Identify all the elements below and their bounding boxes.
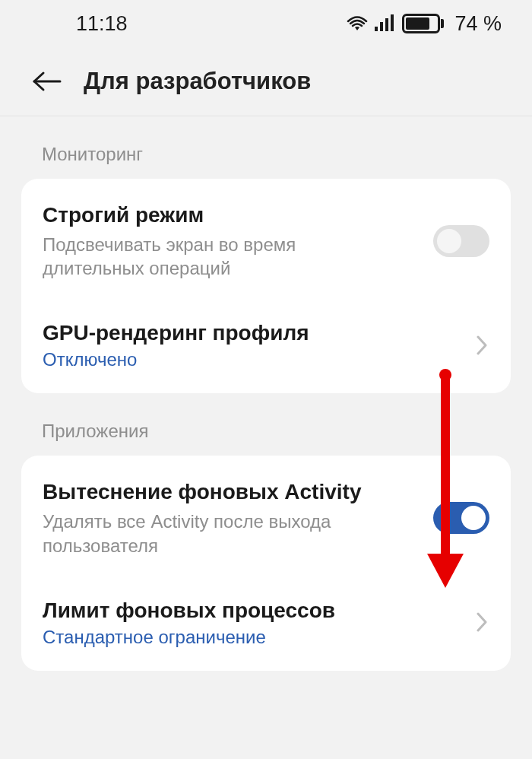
svg-rect-0 — [375, 27, 378, 31]
battery-icon — [402, 14, 444, 33]
row-gpu-profiling[interactable]: GPU-рендеринг профиля Отключено — [21, 300, 511, 390]
wifi-icon — [346, 14, 369, 33]
row-dont-keep-activities[interactable]: Вытеснение фоновых Activity Удалять все … — [21, 459, 511, 576]
row-background-process-limit[interactable]: Лимит фоновых процессов Стандартное огра… — [21, 577, 511, 668]
section-label-monitoring: Мониторинг — [0, 116, 532, 179]
chevron-right-icon — [474, 332, 489, 358]
page-title: Для разработчиков — [84, 68, 311, 95]
svg-rect-3 — [391, 14, 394, 31]
section-label-apps: Приложения — [0, 393, 532, 456]
row-subtitle: Удалять все Activity после выхода пользо… — [43, 510, 362, 557]
svg-rect-2 — [385, 18, 388, 31]
status-right: 74 % — [346, 12, 502, 36]
arrow-left-icon — [31, 71, 62, 92]
page-header: Для разработчиков — [0, 46, 532, 116]
row-value: Стандартное ограничение — [43, 627, 462, 648]
row-title: Вытеснение фоновых Activity — [43, 478, 421, 505]
signal-icon — [375, 14, 396, 33]
row-value: Отключено — [43, 349, 462, 370]
card-apps: Вытеснение фоновых Activity Удалять все … — [21, 456, 511, 670]
row-strict-mode[interactable]: Строгий режим Подсвечивать экран во врем… — [21, 182, 511, 300]
back-button[interactable] — [30, 65, 62, 97]
row-title: Строгий режим — [43, 202, 421, 228]
row-subtitle: Подсвечивать экран во время длительных о… — [43, 233, 362, 280]
toggle-strict-mode[interactable] — [433, 225, 489, 257]
chevron-right-icon — [474, 609, 489, 635]
row-title: Лимит фоновых процессов — [43, 597, 462, 624]
card-monitoring: Строгий режим Подсвечивать экран во врем… — [21, 179, 511, 393]
status-time: 11:18 — [76, 12, 128, 36]
svg-rect-1 — [380, 22, 383, 31]
row-title: GPU-рендеринг профиля — [43, 319, 462, 346]
toggle-dont-keep-activities[interactable] — [433, 502, 489, 534]
battery-percent: 74 % — [454, 12, 502, 36]
status-bar: 11:18 74 % — [0, 0, 532, 46]
